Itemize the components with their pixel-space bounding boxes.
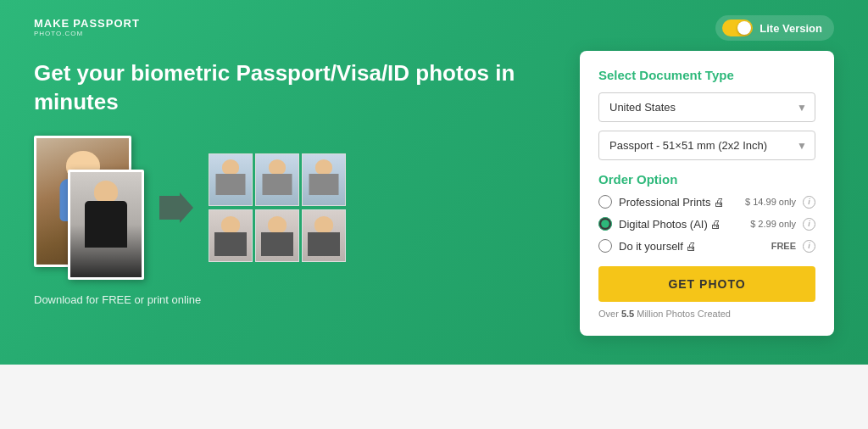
- woman-body: [85, 201, 127, 248]
- million-photos-text: Over 5.5 Million Photos Created: [598, 309, 815, 319]
- get-photo-button[interactable]: GET PHOTO: [598, 266, 815, 302]
- logo: MAKE PASSPORT PHOTO.COM: [34, 18, 140, 37]
- radio-professional[interactable]: [598, 195, 612, 209]
- photo-woman: [68, 170, 144, 280]
- price-digital: $ 2.99 only: [750, 219, 796, 229]
- passport-photo-3: [302, 153, 346, 206]
- photos-after: [209, 153, 346, 262]
- toggle-knob: [737, 21, 751, 35]
- photo-before-container: [34, 136, 144, 280]
- photos-illustration: [34, 136, 554, 280]
- svg-marker-0: [159, 192, 193, 223]
- arrow-icon: [159, 192, 193, 223]
- arrow-container: [159, 192, 193, 223]
- header: MAKE PASSPORT PHOTO.COM Lite Version: [34, 15, 834, 41]
- lite-version-toggle[interactable]: Lite Version: [715, 15, 834, 41]
- passport-photo-2: [255, 153, 299, 206]
- price-professional: $ 14.99 only: [745, 197, 796, 207]
- radio-diy[interactable]: [598, 239, 612, 253]
- main-wrapper: MAKE PASSPORT PHOTO.COM Lite Version Get…: [0, 0, 868, 429]
- hero-content: Get your biometric Passport/Visa/ID phot…: [34, 59, 834, 336]
- white-section: [0, 365, 868, 429]
- million-text-suffix: Million Photos Created: [634, 309, 731, 319]
- country-select-wrapper: United States United Kingdom Canada Aust…: [598, 92, 815, 122]
- document-select[interactable]: Passport - 51×51 mm (2x2 Inch) Visa Phot…: [598, 131, 815, 160]
- logo-make: MAKE: [34, 18, 70, 30]
- woman-photo-bg: [70, 172, 142, 277]
- form-card: Select Document Type United States Unite…: [580, 51, 834, 336]
- passport-photo-6: [302, 209, 346, 262]
- option-digital[interactable]: Digital Photos (AI) 🖨 $ 2.99 only i: [598, 217, 815, 231]
- toggle-switch[interactable]: [722, 20, 753, 36]
- document-select-wrapper: Passport - 51×51 mm (2x2 Inch) Visa Phot…: [598, 131, 815, 160]
- price-diy: FREE: [771, 241, 796, 251]
- passport-photo-5: [255, 209, 299, 262]
- photos-row-top: [209, 153, 346, 206]
- info-icon-professional[interactable]: i: [803, 196, 815, 209]
- green-section: MAKE PASSPORT PHOTO.COM Lite Version Get…: [0, 0, 868, 365]
- million-count: 5.5: [621, 309, 634, 319]
- download-text: Download for FREE or print online: [34, 293, 554, 306]
- logo-com: PHOTO.COM: [34, 31, 140, 38]
- hero-left: Get your biometric Passport/Visa/ID phot…: [34, 59, 554, 306]
- woman-head: [94, 181, 118, 203]
- radio-digital[interactable]: [598, 217, 612, 231]
- million-text-prefix: Over: [598, 309, 621, 319]
- photos-row-bottom: [209, 209, 346, 262]
- lite-version-label: Lite Version: [760, 22, 822, 35]
- info-icon-diy[interactable]: i: [803, 240, 815, 253]
- label-diy: Do it yourself 🖨: [619, 240, 765, 253]
- option-diy[interactable]: Do it yourself 🖨 FREE i: [598, 239, 815, 253]
- hero-title: Get your biometric Passport/Visa/ID phot…: [34, 59, 554, 117]
- document-section-title: Select Document Type: [598, 68, 815, 82]
- info-icon-digital[interactable]: i: [803, 218, 815, 231]
- logo-passport: PASSPORT: [73, 18, 140, 30]
- label-digital: Digital Photos (AI) 🖨: [619, 218, 743, 231]
- order-section-title: Order Option: [598, 172, 815, 187]
- passport-photo-4: [209, 209, 253, 262]
- country-select[interactable]: United States United Kingdom Canada Aust…: [598, 92, 815, 122]
- order-options-group: Professional Prints 🖨 $ 14.99 only i Dig…: [598, 195, 815, 253]
- passport-photo-1: [209, 153, 253, 206]
- label-professional: Professional Prints 🖨: [619, 196, 738, 209]
- option-professional[interactable]: Professional Prints 🖨 $ 14.99 only i: [598, 195, 815, 209]
